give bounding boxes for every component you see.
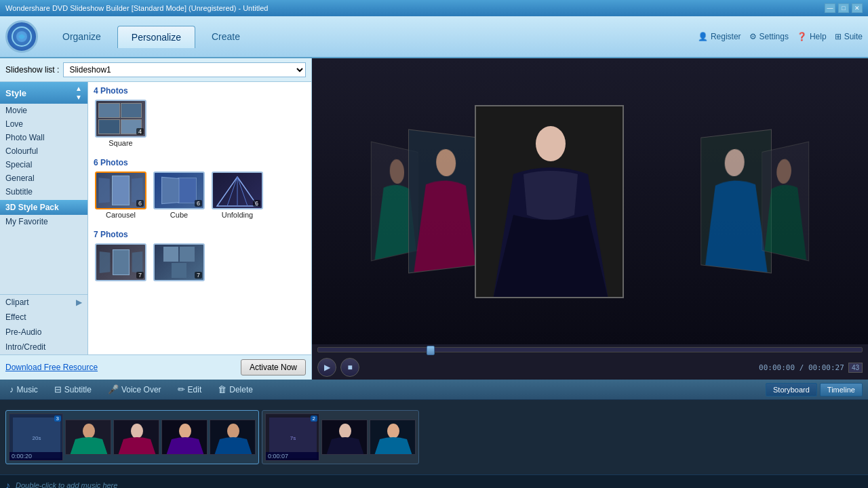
tab-organize[interactable]: Organize xyxy=(49,26,115,47)
edit-tool[interactable]: ✏ Edit xyxy=(174,382,206,396)
svg-text:7s: 7s xyxy=(290,435,296,441)
story-thumb-1b xyxy=(113,420,159,455)
sidebar-item-intro-credit[interactable]: Intro/Credit xyxy=(0,340,87,354)
sidebar-item-movie[interactable]: Movie xyxy=(0,104,87,117)
stop-button[interactable]: ■ xyxy=(340,358,359,377)
close-button[interactable]: ✕ xyxy=(852,3,863,13)
story-group1-badge: 3 xyxy=(54,415,61,422)
svg-line-5 xyxy=(237,177,248,206)
maximize-button[interactable]: □ xyxy=(838,3,849,13)
sidebar-scroll-down[interactable]: ▼ xyxy=(75,94,82,101)
toolbar-bar: ♪ Music ⊟ Subtitle 🎤 Voice Over ✏ Edit 🗑… xyxy=(0,380,868,400)
story-thumb-2b xyxy=(370,420,416,455)
sidebar-item-pre-audio[interactable]: Pre-Audio xyxy=(0,325,87,340)
suite-icon: ⊞ xyxy=(835,32,842,41)
slideshow-select[interactable]: Slideshow1 xyxy=(63,62,306,77)
minimize-button[interactable]: — xyxy=(825,3,835,13)
style-item-carousel[interactable]: 6 Carousel xyxy=(94,171,148,219)
content-area: 4 Photos 4 xyxy=(88,82,311,354)
music-note-icon: ♪ xyxy=(5,480,10,489)
style-thumb-cube: 6 xyxy=(153,171,205,209)
voice-over-tool[interactable]: 🎤 Voice Over xyxy=(104,382,165,396)
story-group1-time: 0:00:20 xyxy=(9,452,62,460)
gear-icon: ⚙ xyxy=(749,32,757,41)
section-6-photos: 6 Photos 6 C xyxy=(88,154,311,226)
sidebar-item-clipart[interactable]: Clipart ▶ xyxy=(0,295,87,310)
story-main-thumb: 20s 0:00:20 3 xyxy=(9,413,63,461)
app-title: Wondershare DVD Slideshow Builder [Stand… xyxy=(5,4,268,12)
storyboard-view-button[interactable]: Storyboard xyxy=(766,383,817,396)
sidebar-scroll-up[interactable]: ▲ xyxy=(75,85,82,92)
story-main-thumb-2: 7s 0:00:07 2 xyxy=(265,413,319,461)
story-group2-badge: 2 xyxy=(311,415,317,422)
sidebar-item-general[interactable]: General xyxy=(0,171,87,185)
sidebar-item-colourful[interactable]: Colourful xyxy=(0,144,87,158)
timeline-view-button[interactable]: Timeline xyxy=(820,383,863,396)
style-item-7a[interactable]: 7 xyxy=(94,243,148,283)
style-thumb-carousel: 6 xyxy=(95,171,146,209)
music-placeholder: Double-click to add music here xyxy=(16,481,117,489)
download-link[interactable]: Download Free Resource xyxy=(5,363,98,372)
panel-body: Style ▲ ▼ Movie Love Photo Wall Colourfu… xyxy=(0,82,311,354)
suite-button[interactable]: ⊞ Suite xyxy=(835,32,863,41)
progress-thumb[interactable] xyxy=(427,346,435,355)
style-num-square: 4 xyxy=(136,128,144,135)
storyboard-area: 20s 0:00:20 3 xyxy=(0,400,868,474)
sidebar-header: Style ▲ ▼ xyxy=(0,82,87,104)
sidebar-item-love[interactable]: Love xyxy=(0,117,87,131)
tab-personalize[interactable]: Personalize xyxy=(117,26,195,48)
sidebar-item-favorite[interactable]: My Favorite xyxy=(0,215,87,228)
delete-tool[interactable]: 🗑 Delete xyxy=(214,382,257,396)
bottom-section: ♪ Music ⊟ Subtitle 🎤 Voice Over ✏ Edit 🗑… xyxy=(0,380,868,488)
sidebar-item-subtitle[interactable]: Subtitle xyxy=(0,185,87,199)
story-group-2[interactable]: 7s 0:00:07 2 xyxy=(262,410,419,464)
navbar: Organize Personalize Create 👤 Register ⚙… xyxy=(0,16,868,58)
sidebar-section-3d: 3D Style Pack xyxy=(0,200,87,215)
svg-point-33 xyxy=(387,424,399,439)
user-icon: 👤 xyxy=(698,32,708,41)
style-label-cube: Cube xyxy=(170,211,188,219)
sidebar-item-effect[interactable]: Effect xyxy=(0,310,87,325)
register-button[interactable]: 👤 Register xyxy=(698,32,741,41)
preview-photo-far-right xyxy=(762,141,810,261)
style-grid-6: 6 Carousel 6 xyxy=(94,171,306,222)
style-item-square[interactable]: 4 Square xyxy=(94,100,148,147)
sidebar-item-photo-wall[interactable]: Photo Wall xyxy=(0,131,87,144)
style-item-cube[interactable]: 6 Cube xyxy=(152,171,206,219)
music-area[interactable]: ♪ Double-click to add music here xyxy=(0,474,868,488)
story-group2-time: 0:00:07 xyxy=(266,452,319,460)
main-area: Slideshow list : Slideshow1 Style ▲ ▼ Mo… xyxy=(0,58,868,380)
tab-create[interactable]: Create xyxy=(198,26,254,47)
story-thumb-2a xyxy=(321,420,368,455)
activate-button[interactable]: Activate Now xyxy=(241,359,306,375)
play-button[interactable]: ▶ xyxy=(317,358,336,377)
window-controls: — □ ✕ xyxy=(825,3,863,13)
sidebar-title: Style xyxy=(5,88,26,98)
story-group-1[interactable]: 20s 0:00:20 3 xyxy=(5,410,259,464)
music-tool[interactable]: ♪ Music xyxy=(5,382,42,396)
style-item-7b[interactable]: 7 xyxy=(152,243,206,283)
help-icon: ❓ xyxy=(797,32,807,41)
preview-progress xyxy=(312,344,868,355)
section-6-title: 6 Photos xyxy=(94,158,306,167)
timecode: 00:00:00 / 00:00:27 xyxy=(759,363,844,372)
style-num-7a: 7 xyxy=(136,272,144,279)
section-4-photos: 4 Photos 4 xyxy=(88,82,311,154)
subtitle-tool[interactable]: ⊟ Subtitle xyxy=(50,382,96,396)
style-num-carousel: 6 xyxy=(136,200,144,207)
svg-point-31 xyxy=(339,424,351,439)
music-icon: ♪ xyxy=(9,384,14,394)
preview-container xyxy=(312,58,868,344)
sidebar-list: Movie Love Photo Wall Colourful Special … xyxy=(0,104,87,294)
sidebar-item-special[interactable]: Special xyxy=(0,158,87,171)
section-7-title: 7 Photos xyxy=(94,230,306,239)
settings-button[interactable]: ⚙ Settings xyxy=(749,32,789,41)
svg-point-24 xyxy=(179,424,191,439)
section-4-title: 4 Photos xyxy=(94,86,306,96)
style-label-square: Square xyxy=(108,139,132,147)
style-label-unfolding: Unfolding xyxy=(222,211,253,219)
progress-track[interactable] xyxy=(317,347,863,352)
style-item-unfolding[interactable]: 6 Unfolding xyxy=(210,171,264,219)
help-button[interactable]: ❓ Help xyxy=(797,32,827,41)
sidebar-bottom: Clipart ▶ Effect Pre-Audio Intro/Credit xyxy=(0,294,87,354)
